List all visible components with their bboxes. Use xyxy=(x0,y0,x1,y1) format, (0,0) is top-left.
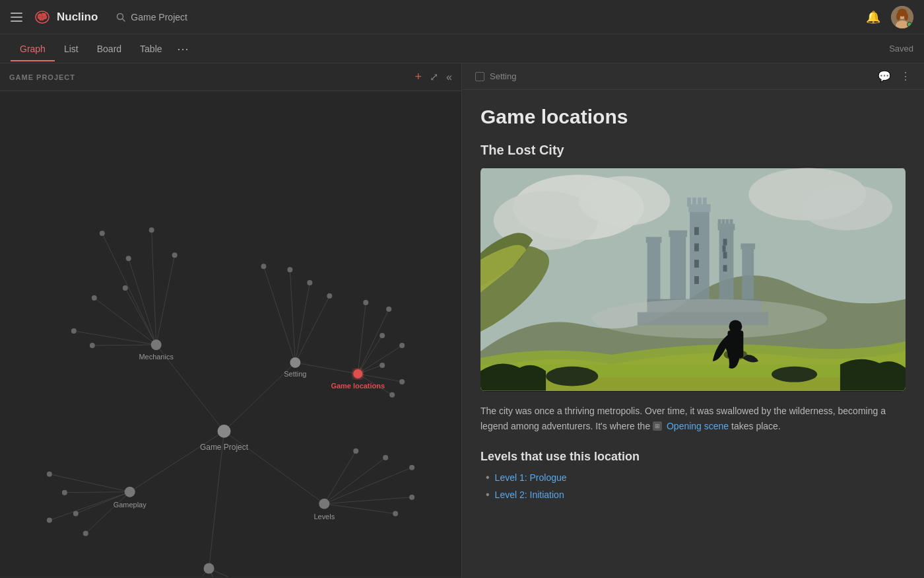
node-game-project[interactable] xyxy=(218,425,231,438)
svg-point-52 xyxy=(71,328,77,334)
svg-point-56 xyxy=(149,227,154,233)
doc-topbar: Setting 💬 ⋮ xyxy=(462,63,924,90)
menu-button[interactable] xyxy=(11,13,22,22)
comment-button[interactable]: 💬 xyxy=(878,70,891,83)
doc-actions: 💬 ⋮ xyxy=(878,70,911,83)
hero-image xyxy=(480,167,906,392)
avatar[interactable] xyxy=(891,6,913,28)
svg-point-54 xyxy=(92,295,97,301)
svg-point-71 xyxy=(83,531,88,536)
link-icon: ⊞ xyxy=(653,421,662,431)
graph-panel-title: GAME PROJECT xyxy=(9,73,75,81)
document-panel: Setting 💬 ⋮ Game locations The Lost City xyxy=(462,63,924,578)
list-item-level1: Level 1: Prologue xyxy=(486,472,906,484)
node-mechanics[interactable] xyxy=(151,340,162,350)
svg-point-53 xyxy=(90,343,95,348)
topnav-right: 🔔 xyxy=(866,6,913,28)
svg-text:Gameplay: Gameplay xyxy=(114,501,147,509)
node-setting[interactable] xyxy=(290,357,300,368)
expand-button[interactable]: ⤢ xyxy=(430,71,438,83)
svg-text:Game Project: Game Project xyxy=(200,443,249,452)
svg-point-66 xyxy=(399,379,405,384)
breadcrumb-text: Setting xyxy=(490,71,516,81)
level2-link[interactable]: Level 2: Initiation xyxy=(495,489,564,500)
svg-point-69 xyxy=(62,490,67,495)
doc-title: Game locations xyxy=(480,106,906,128)
svg-point-68 xyxy=(47,472,52,477)
graph-visualization[interactable]: Game Project Mechanics Setting Game loca… xyxy=(0,91,461,577)
svg-point-77 xyxy=(393,511,398,517)
node-gameplay[interactable] xyxy=(125,487,135,497)
tab-list[interactable]: List xyxy=(55,37,88,61)
svg-point-59 xyxy=(307,280,312,285)
svg-point-67 xyxy=(389,392,395,398)
section2-heading: Levels that use this location xyxy=(480,450,906,464)
svg-point-49 xyxy=(100,231,105,236)
notification-button[interactable]: 🔔 xyxy=(866,10,880,24)
node-game-locations[interactable] xyxy=(353,369,362,379)
svg-point-76 xyxy=(409,495,414,500)
opening-scene-link[interactable]: Opening scene xyxy=(667,421,729,431)
graph-header: GAME PROJECT + ⤢ « xyxy=(0,63,461,91)
search-icon xyxy=(116,13,125,22)
svg-point-51 xyxy=(172,252,178,258)
svg-point-74 xyxy=(383,455,388,460)
svg-point-75 xyxy=(409,465,414,470)
svg-rect-9 xyxy=(0,92,461,577)
svg-point-72 xyxy=(47,518,52,523)
graph-actions: + ⤢ « xyxy=(415,70,452,84)
svg-point-61 xyxy=(363,300,368,305)
top-navigation: Nuclino Game Project 🔔 xyxy=(0,0,924,34)
app-name: Nuclino xyxy=(57,11,98,24)
more-options-button[interactable]: ⋮ xyxy=(900,70,911,83)
svg-point-65 xyxy=(380,363,385,368)
svg-point-58 xyxy=(287,267,292,272)
node-levels[interactable] xyxy=(319,499,329,509)
svg-point-64 xyxy=(399,343,405,348)
list-item-level2: Level 2: Initiation xyxy=(486,489,906,501)
breadcrumb-checkbox[interactable] xyxy=(475,72,484,81)
tab-graph[interactable]: Graph xyxy=(11,37,55,61)
add-node-button[interactable]: + xyxy=(415,70,422,84)
tab-table[interactable]: Table xyxy=(131,37,171,61)
search-text: Game Project xyxy=(131,12,187,22)
svg-point-7 xyxy=(896,13,900,20)
save-status: Saved xyxy=(889,44,913,54)
svg-point-57 xyxy=(261,264,266,269)
svg-text:Levels: Levels xyxy=(314,513,335,521)
svg-point-62 xyxy=(386,307,391,312)
tabs-more-button[interactable]: ⋯ xyxy=(172,39,194,59)
svg-point-70 xyxy=(73,511,79,517)
node-story[interactable] xyxy=(204,563,214,574)
graph-panel: GAME PROJECT + ⤢ « xyxy=(0,63,462,578)
view-tabs: Graph List Board Table ⋯ Saved xyxy=(0,34,924,63)
svg-text:Setting: Setting xyxy=(284,370,306,378)
levels-list: Level 1: Prologue Level 2: Initiation xyxy=(480,472,906,501)
doc-paragraph: The city was once a thriving metropolis.… xyxy=(480,404,906,434)
online-indicator xyxy=(907,22,912,27)
svg-text:Game locations: Game locations xyxy=(331,382,385,390)
svg-rect-130 xyxy=(480,168,906,391)
main-layout: GAME PROJECT + ⤢ « xyxy=(0,63,924,578)
svg-point-8 xyxy=(904,13,908,20)
svg-point-60 xyxy=(327,293,332,299)
level1-link[interactable]: Level 1: Prologue xyxy=(495,472,567,483)
svg-text:Mechanics: Mechanics xyxy=(139,353,174,361)
breadcrumb: Setting xyxy=(475,71,516,81)
app-logo[interactable]: Nuclino xyxy=(33,8,98,26)
collapse-panel-button[interactable]: « xyxy=(446,71,452,83)
doc-content: Game locations The Lost City xyxy=(462,90,924,578)
search-bar[interactable]: Game Project xyxy=(111,9,866,25)
svg-point-50 xyxy=(126,256,131,261)
svg-point-55 xyxy=(123,285,128,291)
tab-board[interactable]: Board xyxy=(88,37,131,61)
svg-line-2 xyxy=(123,18,125,21)
section1-heading: The Lost City xyxy=(480,143,906,158)
svg-point-63 xyxy=(380,333,385,338)
svg-point-73 xyxy=(353,449,358,454)
city-illustration xyxy=(480,167,906,392)
